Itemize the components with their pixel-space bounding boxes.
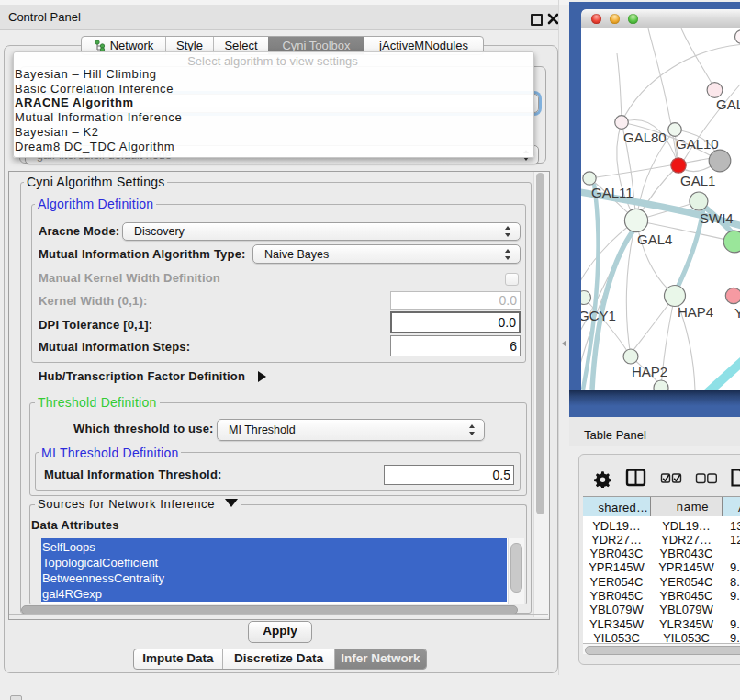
svg-text:HAP4: HAP4 xyxy=(678,304,713,320)
svg-text:Y: Y xyxy=(734,305,740,321)
svg-text:HAP2: HAP2 xyxy=(632,364,667,379)
svg-text:GAL4: GAL4 xyxy=(637,231,672,247)
svg-text:GCY1: GCY1 xyxy=(581,308,616,323)
svg-text:GAL1: GAL1 xyxy=(680,173,715,188)
svg-text:GAL11: GAL11 xyxy=(591,185,633,200)
svg-text:GAL2: GAL2 xyxy=(716,96,740,112)
svg-text:GAL10: GAL10 xyxy=(676,136,719,152)
svg-text:SWI4: SWI4 xyxy=(700,210,734,226)
svg-text:GAL80: GAL80 xyxy=(623,130,667,145)
